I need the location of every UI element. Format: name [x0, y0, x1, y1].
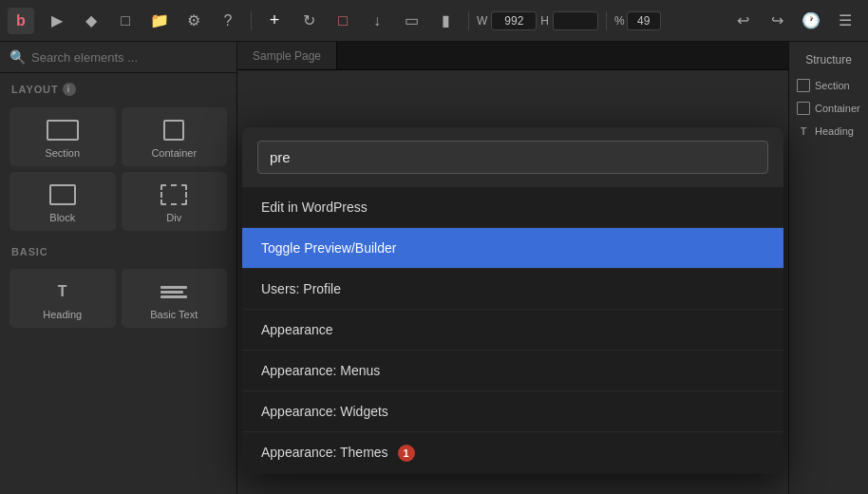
- structure-item-heading[interactable]: T Heading: [789, 120, 868, 142]
- structure-heading-icon: T: [797, 124, 810, 138]
- cp-item-appearance-themes[interactable]: Appearance: Themes 1: [242, 432, 783, 474]
- history-icon[interactable]: 🕐: [796, 6, 826, 36]
- container-label: Container: [151, 147, 197, 159]
- cp-item-appearance-widgets[interactable]: Appearance: Widgets: [242, 391, 783, 432]
- cp-item-users-profile[interactable]: Users: Profile: [242, 269, 783, 310]
- cp-item-toggle-preview[interactable]: Toggle Preview/Builder: [242, 228, 783, 269]
- div-icon: [157, 181, 191, 208]
- main-area: 🔍 LAYOUT i Section Container: [0, 42, 868, 494]
- element-heading[interactable]: T Heading: [9, 269, 116, 328]
- redo-icon[interactable]: ↪: [762, 6, 792, 36]
- toolbar: b ▶ ◆ □ 📁 ⚙ ? + ↻ □ ↓ ▭ ▮ W H % ↩ ↪ 🕐 ☰: [0, 0, 868, 42]
- height-input[interactable]: [553, 11, 598, 30]
- element-div[interactable]: Div: [122, 172, 228, 231]
- element-basictext[interactable]: Basic Text: [122, 269, 228, 328]
- structure-title: Structure: [789, 49, 868, 74]
- search-bar: 🔍: [0, 42, 236, 73]
- command-palette: Edit in WordPress Toggle Preview/Builder…: [242, 127, 783, 474]
- zoom-input[interactable]: [627, 11, 661, 30]
- percent-symbol: %: [614, 14, 625, 28]
- right-panel: Structure Section Container T Heading: [788, 42, 868, 494]
- separator-3: [606, 11, 607, 30]
- structure-container-icon: [797, 102, 810, 115]
- width-label: W: [477, 14, 487, 28]
- heading-icon: T: [46, 278, 80, 305]
- layout-section-label: LAYOUT i: [0, 73, 236, 102]
- separator-1: [251, 11, 252, 30]
- refresh-icon[interactable]: ↻: [293, 6, 324, 36]
- structure-item-section[interactable]: Section: [789, 74, 868, 97]
- left-panel: 🔍 LAYOUT i Section Container: [0, 42, 237, 494]
- element-container[interactable]: Container: [122, 107, 228, 166]
- zoom-controls: %: [614, 11, 661, 30]
- themes-badge: 1: [398, 445, 415, 462]
- cp-item-appearance-menus[interactable]: Appearance: Menus: [242, 351, 783, 391]
- cp-item-appearance[interactable]: Appearance: [242, 310, 783, 351]
- file-icon[interactable]: □: [110, 6, 141, 36]
- element-block[interactable]: Block: [9, 172, 116, 231]
- basic-elements-grid: T Heading Basic Text: [0, 263, 236, 333]
- basic-section-label: BASIC: [0, 237, 236, 263]
- undo-icon[interactable]: ↩: [727, 6, 758, 36]
- info-icon[interactable]: i: [63, 83, 76, 96]
- download-icon[interactable]: ↓: [362, 6, 392, 36]
- width-height-controls: W H: [477, 11, 598, 30]
- shield-icon[interactable]: ◆: [76, 6, 106, 36]
- cp-item-edit-wordpress[interactable]: Edit in WordPress: [242, 187, 783, 228]
- cp-search-input[interactable]: [257, 141, 768, 174]
- heading-label: Heading: [43, 309, 82, 320]
- tablet-icon[interactable]: ▮: [430, 6, 461, 36]
- cp-results: Edit in WordPress Toggle Preview/Builder…: [242, 187, 783, 474]
- preview-icon[interactable]: □: [328, 6, 358, 36]
- block-label: Block: [49, 212, 75, 223]
- settings-icon[interactable]: ⚙: [179, 6, 209, 36]
- section-label: Section: [45, 147, 80, 159]
- cp-search-area: [242, 127, 783, 187]
- layout-elements-grid: Section Container Block Div: [0, 102, 236, 237]
- height-label: H: [540, 14, 549, 28]
- folder-icon[interactable]: 📁: [144, 6, 175, 36]
- div-label: Div: [166, 212, 181, 223]
- add-icon[interactable]: +: [259, 6, 290, 36]
- cursor-icon[interactable]: ▶: [42, 6, 72, 36]
- search-input[interactable]: [31, 50, 227, 65]
- basictext-label: Basic Text: [150, 309, 198, 320]
- search-icon: 🔍: [9, 49, 26, 65]
- separator-2: [468, 11, 469, 30]
- structure-item-container[interactable]: Container: [789, 97, 868, 120]
- canvas-area: Sample Page Edit in WordPress Toggle Pre…: [237, 42, 788, 494]
- width-input[interactable]: [491, 11, 537, 30]
- help-icon[interactable]: ?: [213, 6, 243, 36]
- basictext-icon: [157, 278, 191, 305]
- desktop-icon[interactable]: ▭: [396, 6, 426, 36]
- layers-icon[interactable]: ☰: [830, 6, 860, 36]
- section-icon: [46, 117, 80, 143]
- container-icon: [157, 117, 191, 143]
- element-section[interactable]: Section: [9, 107, 116, 166]
- logo[interactable]: b: [8, 8, 34, 34]
- block-icon: [46, 181, 80, 208]
- structure-section-icon: [797, 79, 810, 92]
